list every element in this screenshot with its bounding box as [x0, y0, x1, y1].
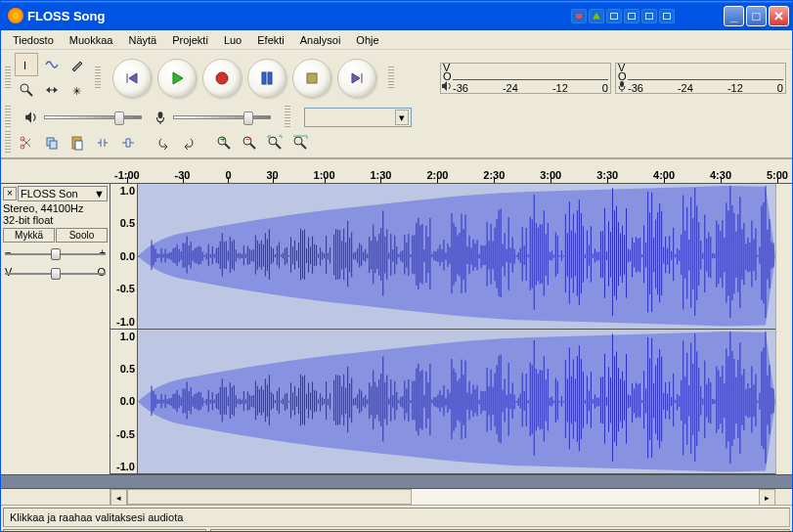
input-device-select[interactable]: ▾ [304, 108, 412, 127]
paste-button[interactable] [66, 131, 89, 155]
svg-rect-7 [268, 72, 272, 84]
tray-nv-icon[interactable] [589, 9, 604, 23]
menu-effect[interactable]: Efekti [249, 32, 292, 48]
menu-view[interactable]: Näytä [120, 32, 164, 48]
trim-button[interactable] [91, 131, 114, 155]
grip[interactable] [5, 66, 11, 90]
svg-text:−: − [245, 135, 251, 145]
svg-rect-14 [50, 141, 57, 149]
titlebar: FLOSS Song _ □ ✕ [1, 1, 792, 30]
undo-button[interactable] [152, 131, 175, 155]
tool-selection[interactable]: I [15, 53, 38, 76]
menu-edit[interactable]: Muokkaa [62, 32, 121, 48]
vertical-scrollbar[interactable] [775, 184, 792, 474]
app-icon [8, 8, 23, 23]
track-area: × FLOSS Son▼ Stereo, 44100Hz 32-bit floa… [1, 184, 792, 475]
menu-help[interactable]: Ohje [348, 32, 386, 48]
input-meter[interactable]: V O -36-24-120 [615, 63, 786, 94]
waveform-graphic [138, 184, 775, 329]
amplitude-ruler: 1.00.50.0-0.5-1.0 [110, 330, 138, 474]
grip[interactable] [5, 131, 11, 155]
svg-text:+: + [220, 135, 226, 145]
svg-point-23 [269, 137, 277, 145]
tool-zoom[interactable] [15, 78, 38, 102]
waveform-graphic [138, 330, 775, 474]
svg-rect-6 [262, 72, 266, 84]
speaker-icon [441, 80, 453, 92]
svg-text:I: I [23, 60, 26, 71]
copy-button[interactable] [40, 131, 64, 155]
horizontal-scrollbar[interactable]: ◂ ▸ [1, 489, 792, 506]
tray-icon[interactable] [624, 9, 639, 23]
silence-button[interactable] [116, 131, 140, 155]
grip[interactable] [5, 106, 11, 129]
minimize-button[interactable]: _ [724, 6, 744, 26]
toolbars: I ✳ V O -36-24-120 V O [1, 50, 792, 158]
svg-rect-16 [75, 141, 82, 150]
svg-line-24 [276, 144, 281, 149]
redo-button[interactable] [177, 131, 200, 155]
amplitude-ruler: 1.00.50.0-0.5-1.0 [110, 184, 138, 329]
tray-icon[interactable] [659, 9, 675, 23]
menubar: Tiedosto Muokkaa Näytä Projekti Luo Efek… [1, 30, 792, 50]
svg-point-5 [216, 72, 228, 84]
fit-selection-button[interactable] [263, 131, 286, 155]
svg-rect-10 [158, 111, 163, 118]
timeline-ruler[interactable]: -1:00 -30 0 30 1:00 1:30 2:00 2:30 3:00 … [1, 158, 792, 184]
zoom-in-button[interactable]: + [212, 131, 236, 155]
tool-timeshift[interactable] [40, 78, 64, 102]
track-pan-slider[interactable]: VO [5, 266, 106, 282]
menu-file[interactable]: Tiedosto [5, 32, 62, 48]
tool-draw[interactable] [66, 53, 89, 76]
mute-button[interactable]: Mykkä [3, 228, 55, 243]
close-button[interactable]: ✕ [769, 6, 789, 26]
scroll-left-button[interactable]: ◂ [110, 489, 127, 506]
svg-point-25 [294, 137, 302, 145]
tool-multi[interactable]: ✳ [66, 78, 89, 102]
track-format-label: Stereo, 44100Hz [3, 202, 108, 214]
grip[interactable] [285, 106, 290, 129]
grip[interactable] [388, 66, 394, 90]
tray-record-icon[interactable] [571, 9, 587, 23]
pause-button[interactable] [247, 59, 286, 98]
svg-point-1 [21, 84, 28, 92]
menu-generate[interactable]: Luo [216, 32, 249, 48]
track-close-button[interactable]: × [3, 187, 17, 200]
track-header: × FLOSS Son▼ Stereo, 44100Hz 32-bit floa… [1, 184, 110, 474]
maximize-button[interactable]: □ [746, 6, 767, 26]
record-button[interactable] [202, 59, 242, 98]
statusbar: Klikkaa ja raahaa valitaksesi audiota Pr… [1, 506, 792, 532]
menu-project[interactable]: Projekti [164, 32, 216, 48]
zoom-out-button[interactable]: − [238, 131, 261, 155]
tray-icon[interactable] [606, 9, 622, 23]
track-bitdepth-label: 32-bit float [3, 214, 108, 226]
fit-project-button[interactable] [288, 131, 312, 155]
svg-line-26 [301, 144, 306, 149]
play-button[interactable] [157, 59, 197, 98]
tool-envelope[interactable] [40, 53, 64, 76]
speaker-icon [24, 111, 38, 124]
cut-button[interactable] [15, 131, 38, 155]
status-hint: Klikkaa ja raahaa valitaksesi audiota [3, 508, 790, 527]
stop-button[interactable] [292, 59, 331, 98]
grip[interactable] [95, 66, 101, 90]
svg-rect-9 [620, 81, 624, 87]
track-gain-slider[interactable]: −+ [5, 246, 106, 262]
track-menu-button[interactable]: FLOSS Son▼ [18, 186, 108, 201]
solo-button[interactable]: Soolo [56, 228, 108, 243]
svg-line-2 [27, 91, 32, 96]
waveform-right[interactable]: 1.00.50.0-0.5-1.0 [110, 330, 775, 475]
skip-end-button[interactable] [337, 59, 376, 98]
waveform-left[interactable]: 1.00.50.0-0.5-1.0 [110, 184, 775, 330]
scroll-right-button[interactable]: ▸ [759, 489, 775, 506]
tray-icons [571, 9, 675, 23]
mic-icon [154, 111, 167, 124]
mic-icon [616, 80, 628, 92]
output-volume-slider[interactable] [24, 111, 142, 124]
output-meter[interactable]: V O -36-24-120 [440, 63, 611, 94]
menu-analyze[interactable]: Analysoi [292, 32, 349, 48]
tracks-gap [1, 475, 792, 489]
skip-start-button[interactable] [112, 59, 152, 98]
input-volume-slider[interactable] [154, 111, 271, 124]
tray-icon[interactable] [641, 9, 657, 23]
